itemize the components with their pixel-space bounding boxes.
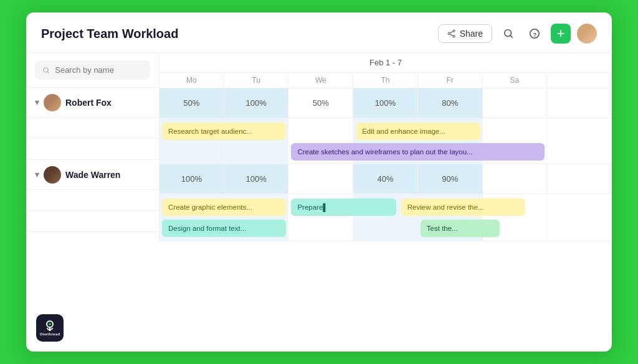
avatar-robert bbox=[44, 94, 61, 111]
wade-pct-sa bbox=[483, 164, 548, 194]
svg-line-10 bbox=[47, 72, 49, 73]
wade-pct-tu: 100% bbox=[224, 164, 289, 194]
share-icon bbox=[447, 29, 456, 38]
day-mo: Mo bbox=[160, 73, 224, 88]
help-icon: ? bbox=[529, 28, 540, 39]
svg-line-3 bbox=[450, 32, 453, 34]
search-icon bbox=[503, 28, 514, 39]
page-title: Project Team Workload bbox=[41, 27, 178, 41]
date-range-header: Feb 1 - 7 bbox=[160, 53, 612, 73]
robert-pct-sa bbox=[483, 88, 548, 118]
person-name-wade: Wade Warren bbox=[65, 170, 120, 180]
robert-tasks-area: Research target audienc... Edit and enha… bbox=[160, 118, 612, 164]
day-we: We bbox=[288, 73, 353, 88]
wade-tasks-area: Create graphic elements... Prepare▌ Revi… bbox=[160, 194, 612, 241]
day-tu: Tu bbox=[224, 73, 289, 88]
robert-task-row-2-spacer bbox=[26, 139, 159, 160]
day-th: Th bbox=[353, 73, 418, 88]
user-avatar[interactable] bbox=[577, 24, 597, 44]
task-wade-graphic[interactable]: Create graphic elements... bbox=[162, 198, 286, 216]
svg-line-6 bbox=[510, 35, 512, 37]
robert-col-su bbox=[547, 118, 612, 164]
search-box[interactable] bbox=[35, 60, 150, 80]
logo: Onethread bbox=[36, 314, 64, 342]
app-window: Project Team Workload Share bbox=[26, 12, 612, 352]
robert-pct-su bbox=[547, 88, 612, 118]
svg-point-0 bbox=[453, 30, 455, 32]
task-wade-prepare[interactable]: Prepare▌ bbox=[291, 198, 396, 216]
header: Project Team Workload Share bbox=[26, 12, 612, 53]
day-sa: Sa bbox=[483, 73, 548, 88]
help-button[interactable]: ? bbox=[525, 24, 545, 44]
left-panel: ▾ Robert Fox ▾ Wade Warren bbox=[26, 53, 160, 241]
wade-task-row-1-spacer bbox=[26, 190, 159, 211]
logo-icon bbox=[43, 320, 57, 331]
robert-pct-tu: 100% bbox=[224, 88, 289, 118]
person-row-wade: ▾ Wade Warren bbox=[26, 160, 159, 190]
wade-pct-th: 40% bbox=[353, 164, 418, 194]
day-su bbox=[547, 73, 612, 88]
robert-task-row-1-spacer bbox=[26, 118, 159, 139]
wade-pct-row: 100% 100% 40% 90% bbox=[160, 164, 612, 194]
day-fr: Fr bbox=[418, 73, 483, 88]
robert-pct-fr: 80% bbox=[418, 88, 483, 118]
share-label: Share bbox=[460, 29, 483, 39]
svg-line-4 bbox=[450, 34, 453, 36]
add-button[interactable]: + bbox=[551, 24, 571, 44]
svg-point-1 bbox=[453, 35, 455, 37]
wade-pct-fr: 90% bbox=[418, 164, 483, 194]
avatar-wade bbox=[44, 166, 61, 184]
share-button[interactable]: Share bbox=[438, 24, 492, 43]
svg-text:?: ? bbox=[533, 31, 536, 38]
svg-point-2 bbox=[448, 32, 450, 34]
expand-icon-wade[interactable]: ▾ bbox=[35, 170, 39, 179]
wade-pct-su bbox=[547, 164, 612, 194]
main-layout: ▾ Robert Fox ▾ Wade Warren Feb 1 - 7 bbox=[26, 53, 612, 241]
wade-pct-we bbox=[288, 164, 353, 194]
wade-pct-mo: 100% bbox=[160, 164, 224, 194]
robert-pct-row: 50% 100% 50% 100% 80% bbox=[160, 88, 612, 118]
search-button[interactable] bbox=[498, 24, 518, 44]
task-robert-edit[interactable]: Edit and enhance image... bbox=[356, 123, 480, 140]
robert-pct-we: 50% bbox=[288, 88, 353, 118]
person-name-robert: Robert Fox bbox=[65, 98, 112, 108]
svg-point-12 bbox=[49, 323, 51, 325]
task-wade-review[interactable]: Review and revise the... bbox=[401, 198, 525, 216]
header-actions: Share ? + bbox=[438, 24, 597, 44]
wade-col-su bbox=[547, 194, 612, 241]
search-area bbox=[26, 53, 159, 88]
add-icon: + bbox=[557, 26, 565, 42]
task-wade-design[interactable]: Design and format text... bbox=[162, 220, 286, 237]
task-robert-sketches[interactable]: Create sketches and wireframes to plan o… bbox=[291, 143, 545, 161]
search-icon-small bbox=[42, 66, 50, 75]
wade-task-row-2-spacer bbox=[26, 211, 159, 232]
robert-pct-mo: 50% bbox=[160, 88, 224, 118]
right-panel: Feb 1 - 7 Mo Tu We Th Fr Sa 50% 100% 50%… bbox=[160, 53, 612, 241]
person-row-robert: ▾ Robert Fox bbox=[26, 88, 159, 118]
days-row: Mo Tu We Th Fr Sa bbox=[160, 73, 612, 88]
robert-pct-th: 100% bbox=[353, 88, 418, 118]
task-robert-research[interactable]: Research target audienc... bbox=[162, 123, 286, 140]
expand-icon-robert[interactable]: ▾ bbox=[35, 98, 39, 107]
search-input[interactable] bbox=[55, 65, 143, 75]
task-wade-test[interactable]: Test the... bbox=[421, 220, 500, 237]
logo-text: Onethread bbox=[40, 332, 60, 336]
